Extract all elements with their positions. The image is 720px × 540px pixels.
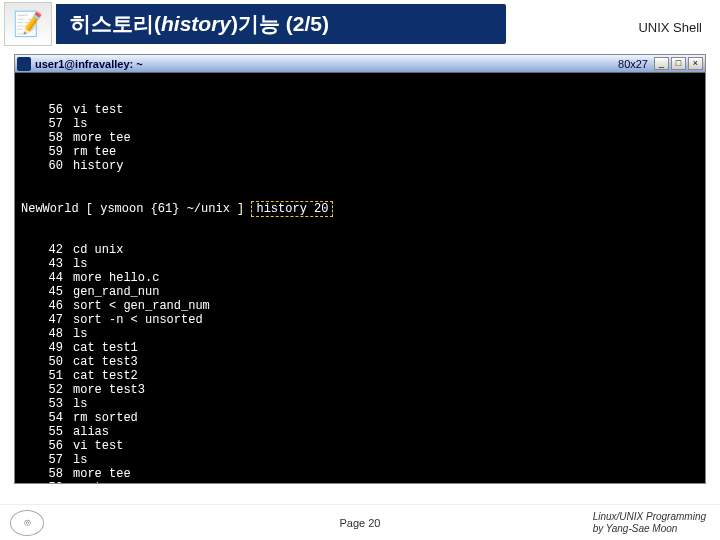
terminal-window: user1@infravalley: ~ 80x27 _ □ × 56vi te… bbox=[14, 54, 706, 484]
history-entry: 59rm tee bbox=[21, 145, 699, 159]
history-entry: 42cd unix bbox=[21, 243, 699, 257]
title-korean: 히스토리 bbox=[70, 10, 154, 38]
history-entry: 58more tee bbox=[21, 467, 699, 481]
history-entry: 56vi test bbox=[21, 439, 699, 453]
title-paren-close: ) bbox=[231, 12, 238, 36]
terminal-titlebar: user1@infravalley: ~ 80x27 _ □ × bbox=[15, 55, 705, 73]
prompt-line-1: NewWorld [ ysmoon {61} ~/unix ] history … bbox=[21, 201, 699, 215]
slide-title: 히스토리 ( history ) 기능 (2/5) bbox=[56, 4, 506, 44]
slide-header: 📝 히스토리 ( history ) 기능 (2/5) UNIX Shell bbox=[0, 0, 720, 48]
slide-icon: 📝 bbox=[4, 2, 52, 46]
history-entry: 46sort < gen_rand_num bbox=[21, 299, 699, 313]
history-entry: 47sort -n < unsorted bbox=[21, 313, 699, 327]
terminal-app-icon bbox=[17, 57, 31, 71]
credit-line-2: by Yang-Sae Moon bbox=[593, 523, 706, 535]
credit-line-1: Linux/UNIX Programming bbox=[593, 511, 706, 523]
maximize-button[interactable]: □ bbox=[671, 57, 686, 70]
title-history-word: history bbox=[161, 12, 231, 36]
history-entry: 54rm sorted bbox=[21, 411, 699, 425]
history-entry: 55alias bbox=[21, 425, 699, 439]
history-entry: 48ls bbox=[21, 327, 699, 341]
history-entry: 57ls bbox=[21, 453, 699, 467]
window-controls: _ □ × bbox=[654, 57, 703, 70]
history-entry: 43ls bbox=[21, 257, 699, 271]
terminal-dimensions: 80x27 bbox=[618, 58, 648, 70]
history-entry: 44more hello.c bbox=[21, 271, 699, 285]
university-logo-icon: ◎ bbox=[10, 510, 44, 536]
terminal-content: 56vi test57ls58more tee59rm tee60history… bbox=[15, 73, 705, 483]
history-entry: 57ls bbox=[21, 117, 699, 131]
history-entry: 59rm tee bbox=[21, 481, 699, 483]
title-feature: 기능 (2/5) bbox=[238, 10, 329, 38]
page-number: Page 20 bbox=[340, 517, 381, 529]
history-entry: 53ls bbox=[21, 397, 699, 411]
history-entry: 58more tee bbox=[21, 131, 699, 145]
history-entry: 56vi test bbox=[21, 103, 699, 117]
terminal-title-text: user1@infravalley: ~ bbox=[35, 58, 618, 70]
history-entry: 49cat test1 bbox=[21, 341, 699, 355]
history-entry: 50cat test3 bbox=[21, 355, 699, 369]
minimize-button[interactable]: _ bbox=[654, 57, 669, 70]
history-entry: 51cat test2 bbox=[21, 369, 699, 383]
close-button[interactable]: × bbox=[688, 57, 703, 70]
history-entry: 60history bbox=[21, 159, 699, 173]
history-entry: 45gen_rand_nun bbox=[21, 285, 699, 299]
title-paren-open: ( bbox=[154, 12, 161, 36]
footer-credit: Linux/UNIX Programming by Yang-Sae Moon bbox=[593, 511, 706, 535]
slide-footer: ◎ Page 20 Linux/UNIX Programming by Yang… bbox=[0, 504, 720, 540]
prompt-prefix: NewWorld [ ysmoon {61} ~/unix ] bbox=[21, 202, 244, 216]
header-subtitle: UNIX Shell bbox=[638, 20, 702, 35]
highlighted-command: history 20 bbox=[251, 201, 333, 217]
history-entry: 52more test3 bbox=[21, 383, 699, 397]
